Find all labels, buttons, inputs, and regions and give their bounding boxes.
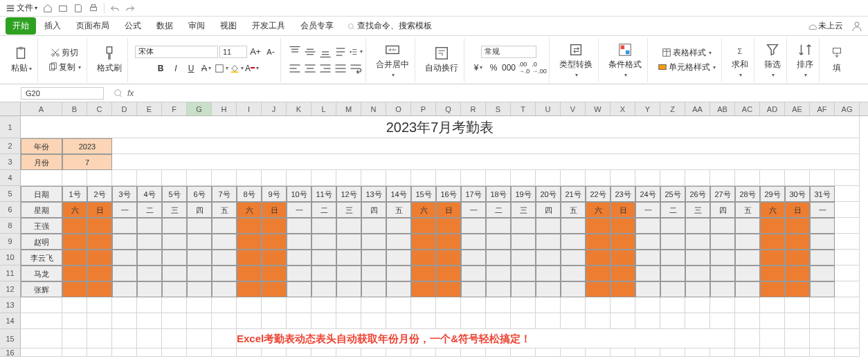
font-size-select[interactable] — [219, 46, 247, 58]
cell[interactable]: 3号 — [112, 186, 137, 202]
cell[interactable] — [361, 313, 386, 329]
col-header[interactable]: D — [112, 102, 137, 115]
cell[interactable]: 六 — [237, 202, 262, 218]
cell[interactable] — [511, 348, 536, 357]
cell[interactable] — [635, 170, 660, 186]
increase-font-icon[interactable]: A+ — [248, 45, 262, 59]
cell[interactable] — [710, 218, 735, 234]
row-header[interactable]: 3 — [0, 154, 21, 170]
cell[interactable] — [112, 329, 137, 348]
format-painter-button[interactable]: 格式刷 — [94, 44, 125, 75]
decrease-font-icon[interactable]: A- — [264, 45, 278, 59]
cell[interactable] — [735, 313, 760, 329]
cell[interactable] — [536, 281, 561, 297]
cell[interactable] — [137, 170, 162, 186]
tab-3[interactable]: 公式 — [118, 17, 148, 35]
cell[interactable] — [710, 281, 735, 297]
cell[interactable] — [311, 313, 336, 329]
cell[interactable] — [611, 297, 635, 313]
cell[interactable] — [87, 329, 112, 348]
cell[interactable] — [486, 297, 511, 313]
cell[interactable] — [735, 170, 760, 186]
cell[interactable] — [262, 348, 287, 357]
cell[interactable]: 19号 — [511, 186, 536, 202]
cell[interactable] — [785, 313, 810, 329]
cell[interactable]: 日 — [87, 202, 112, 218]
cell[interactable] — [735, 250, 760, 266]
cell[interactable] — [710, 170, 735, 186]
open-icon[interactable] — [55, 3, 71, 13]
col-header[interactable]: K — [287, 102, 311, 115]
cell[interactable] — [635, 266, 660, 281]
cell[interactable] — [436, 250, 461, 266]
cell[interactable] — [311, 297, 336, 313]
cell[interactable] — [62, 313, 87, 329]
cell[interactable] — [237, 313, 262, 329]
cell[interactable] — [112, 234, 137, 250]
cell[interactable] — [187, 313, 212, 329]
cell[interactable] — [112, 313, 137, 329]
cell[interactable] — [536, 297, 561, 313]
cell[interactable] — [461, 218, 486, 234]
cell[interactable] — [336, 218, 361, 234]
cell[interactable]: 马龙 — [21, 266, 62, 281]
save-icon[interactable] — [71, 3, 86, 13]
col-header[interactable]: I — [237, 102, 262, 115]
cell[interactable] — [561, 313, 586, 329]
cell[interactable] — [586, 297, 611, 313]
cell[interactable] — [561, 250, 586, 266]
cell[interactable] — [586, 281, 611, 297]
cell[interactable]: 六 — [760, 202, 785, 218]
cell[interactable]: 10号 — [287, 186, 311, 202]
col-header[interactable]: AD — [760, 102, 785, 115]
cell[interactable] — [486, 170, 511, 186]
cell[interactable] — [386, 234, 411, 250]
cell[interactable]: 18号 — [486, 186, 511, 202]
increase-decimal-icon[interactable]: .00→.0 — [517, 61, 531, 75]
col-header[interactable]: AG — [835, 102, 860, 115]
justify-icon[interactable] — [334, 62, 347, 75]
col-header[interactable]: T — [511, 102, 536, 115]
cell[interactable] — [212, 266, 237, 281]
cell[interactable] — [785, 281, 810, 297]
cell[interactable]: 4号 — [137, 186, 162, 202]
cell[interactable] — [710, 348, 735, 357]
cell[interactable] — [386, 297, 411, 313]
cell[interactable] — [735, 329, 760, 348]
cell[interactable]: 年份 — [21, 138, 62, 154]
cell[interactable] — [237, 266, 262, 281]
cell[interactable] — [62, 348, 87, 357]
cell[interactable] — [835, 186, 860, 202]
cell[interactable] — [660, 218, 685, 234]
cell[interactable] — [361, 266, 386, 281]
cell[interactable] — [810, 170, 835, 186]
cell[interactable] — [436, 234, 461, 250]
cell[interactable] — [287, 348, 311, 357]
cell[interactable] — [660, 250, 685, 266]
col-header[interactable]: C — [87, 102, 112, 115]
border-icon[interactable] — [215, 62, 228, 75]
cell[interactable]: 7 — [62, 154, 112, 170]
cell[interactable] — [386, 348, 411, 357]
cell[interactable]: 29号 — [760, 186, 785, 202]
cell[interactable] — [486, 348, 511, 357]
cell[interactable]: 28号 — [735, 186, 760, 202]
search-box[interactable]: 查找命令、搜索模板 — [347, 20, 432, 32]
cell[interactable] — [511, 313, 536, 329]
cell[interactable] — [87, 348, 112, 357]
formula-input[interactable] — [138, 89, 761, 97]
conditional-format-button[interactable]: 条件格式 — [606, 41, 644, 80]
cell[interactable] — [237, 170, 262, 186]
cell[interactable] — [810, 348, 835, 357]
cell[interactable]: 一 — [810, 202, 835, 218]
cell[interactable] — [461, 348, 486, 357]
cell-style-button[interactable]: 单元格样式 — [655, 60, 718, 75]
row-header[interactable]: 4 — [0, 170, 21, 186]
strike-icon[interactable]: A — [199, 62, 213, 75]
bold-icon[interactable]: B — [154, 62, 168, 75]
cell[interactable]: 三 — [162, 202, 187, 218]
cell[interactable]: 四 — [361, 202, 386, 218]
cell[interactable]: 15号 — [411, 186, 436, 202]
cell[interactable] — [461, 297, 486, 313]
cell[interactable] — [87, 297, 112, 313]
